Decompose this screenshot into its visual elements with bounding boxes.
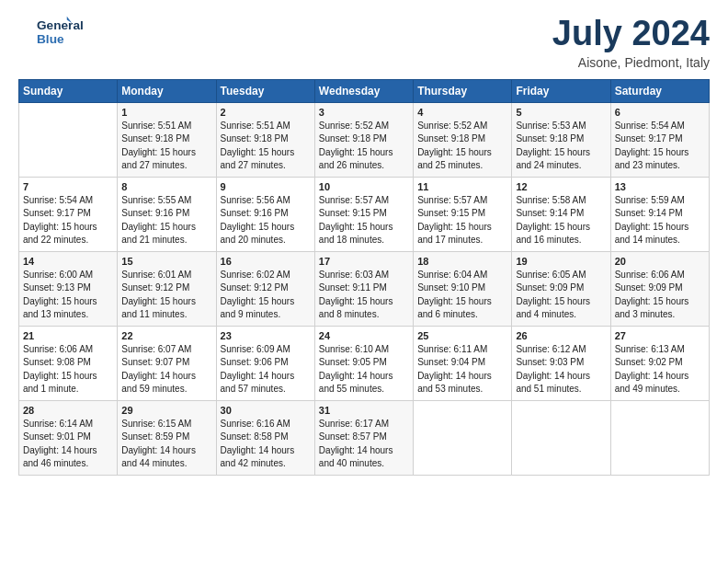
day-info: Sunrise: 5:55 AMSunset: 9:16 PMDaylight:…	[121, 194, 211, 247]
daylight-text: Daylight: 15 hours	[23, 370, 113, 384]
sunrise-text: Sunrise: 6:03 AM	[319, 269, 409, 282]
daylight-text-cont: and 6 minutes.	[417, 308, 507, 322]
sunset-text: Sunset: 9:04 PM	[417, 356, 507, 370]
daylight-text: Daylight: 15 hours	[417, 221, 507, 235]
daylight-text-cont: and 4 minutes.	[516, 308, 606, 322]
day-cell: 26Sunrise: 6:12 AMSunset: 9:03 PMDayligh…	[512, 326, 610, 400]
day-number: 26	[516, 330, 606, 341]
sunrise-text: Sunrise: 6:02 AM	[221, 269, 311, 282]
sunrise-text: Sunrise: 5:54 AM	[615, 120, 705, 133]
daylight-text: Daylight: 15 hours	[319, 146, 409, 160]
column-header-friday: Friday	[512, 79, 610, 102]
day-number: 17	[319, 256, 409, 267]
day-info: Sunrise: 5:59 AMSunset: 9:14 PMDaylight:…	[615, 194, 705, 247]
sunrise-text: Sunrise: 6:17 AM	[319, 418, 409, 431]
header-row: SundayMondayTuesdayWednesdayThursdayFrid…	[19, 79, 710, 102]
sunset-text: Sunset: 9:17 PM	[23, 207, 113, 221]
day-number: 24	[319, 330, 409, 341]
daylight-text: Daylight: 15 hours	[615, 146, 705, 160]
day-number: 28	[23, 405, 113, 416]
daylight-text: Daylight: 15 hours	[121, 146, 211, 160]
day-number: 8	[121, 181, 211, 192]
day-info: Sunrise: 6:17 AMSunset: 8:57 PMDaylight:…	[319, 418, 409, 471]
day-info: Sunrise: 6:14 AMSunset: 9:01 PMDaylight:…	[23, 418, 113, 471]
day-number: 18	[417, 256, 507, 267]
daylight-text-cont: and 21 minutes.	[121, 234, 211, 247]
sunrise-text: Sunrise: 6:06 AM	[23, 343, 113, 357]
day-cell: 21Sunrise: 6:06 AMSunset: 9:08 PMDayligh…	[19, 326, 118, 400]
day-cell	[610, 400, 709, 475]
daylight-text: Daylight: 14 hours	[221, 444, 311, 458]
daylight-text: Daylight: 15 hours	[516, 295, 606, 309]
page: General Blue July 2024 Aisone, Piedmont,…	[0, 0, 728, 487]
daylight-text-cont: and 20 minutes.	[221, 234, 311, 247]
sunset-text: Sunset: 9:18 PM	[319, 132, 409, 146]
daylight-text: Daylight: 15 hours	[516, 221, 606, 235]
daylight-text: Daylight: 15 hours	[221, 295, 311, 309]
day-info: Sunrise: 5:54 AMSunset: 9:17 PMDaylight:…	[23, 194, 113, 247]
day-cell: 15Sunrise: 6:01 AMSunset: 9:12 PMDayligh…	[118, 251, 216, 326]
sunrise-text: Sunrise: 6:00 AM	[23, 269, 113, 282]
sunrise-text: Sunrise: 5:53 AM	[516, 120, 606, 133]
day-number: 10	[319, 181, 409, 192]
week-row-4: 21Sunrise: 6:06 AMSunset: 9:08 PMDayligh…	[19, 326, 710, 400]
daylight-text-cont: and 8 minutes.	[319, 308, 409, 322]
day-info: Sunrise: 6:01 AMSunset: 9:12 PMDaylight:…	[121, 269, 211, 322]
logo-icon: General Blue	[18, 15, 92, 52]
day-info: Sunrise: 6:15 AMSunset: 8:59 PMDaylight:…	[121, 418, 211, 471]
sunrise-text: Sunrise: 5:57 AM	[417, 194, 507, 208]
day-cell: 25Sunrise: 6:11 AMSunset: 9:04 PMDayligh…	[414, 326, 512, 400]
day-info: Sunrise: 5:54 AMSunset: 9:17 PMDaylight:…	[615, 120, 705, 173]
day-cell: 30Sunrise: 6:16 AMSunset: 8:58 PMDayligh…	[216, 400, 314, 475]
sunset-text: Sunset: 9:15 PM	[319, 207, 409, 221]
column-header-wednesday: Wednesday	[314, 79, 413, 102]
day-cell: 22Sunrise: 6:07 AMSunset: 9:07 PMDayligh…	[118, 326, 216, 400]
day-info: Sunrise: 5:58 AMSunset: 9:14 PMDaylight:…	[516, 194, 606, 247]
day-number: 11	[417, 181, 507, 192]
sunset-text: Sunset: 9:08 PM	[23, 356, 113, 370]
day-cell: 11Sunrise: 5:57 AMSunset: 9:15 PMDayligh…	[414, 177, 512, 251]
sunrise-text: Sunrise: 6:15 AM	[121, 418, 211, 431]
daylight-text-cont: and 44 minutes.	[121, 457, 211, 471]
week-row-1: 1Sunrise: 5:51 AMSunset: 9:18 PMDaylight…	[19, 102, 710, 177]
day-info: Sunrise: 6:09 AMSunset: 9:06 PMDaylight:…	[221, 343, 311, 396]
svg-text:General: General	[37, 18, 84, 32]
sunrise-text: Sunrise: 6:06 AM	[615, 269, 705, 282]
sunrise-text: Sunrise: 6:09 AM	[221, 343, 311, 357]
day-info: Sunrise: 5:52 AMSunset: 9:18 PMDaylight:…	[417, 120, 507, 173]
daylight-text-cont: and 42 minutes.	[221, 457, 311, 471]
sunset-text: Sunset: 9:10 PM	[417, 282, 507, 295]
day-cell: 20Sunrise: 6:06 AMSunset: 9:09 PMDayligh…	[610, 251, 709, 326]
daylight-text-cont: and 27 minutes.	[221, 159, 311, 173]
day-cell: 7Sunrise: 5:54 AMSunset: 9:17 PMDaylight…	[19, 177, 118, 251]
subtitle: Aisone, Piedmont, Italy	[552, 55, 710, 70]
sunrise-text: Sunrise: 5:55 AM	[121, 194, 211, 208]
day-number: 16	[221, 256, 311, 267]
daylight-text: Daylight: 15 hours	[221, 221, 311, 235]
sunset-text: Sunset: 9:16 PM	[121, 207, 211, 221]
day-number: 4	[417, 107, 507, 118]
column-header-saturday: Saturday	[610, 79, 709, 102]
day-number: 27	[615, 330, 705, 341]
day-cell: 24Sunrise: 6:10 AMSunset: 9:05 PMDayligh…	[314, 326, 413, 400]
sunset-text: Sunset: 9:14 PM	[615, 207, 705, 221]
sunrise-text: Sunrise: 6:11 AM	[417, 343, 507, 357]
daylight-text: Daylight: 14 hours	[23, 444, 113, 458]
day-number: 9	[221, 181, 311, 192]
sunrise-text: Sunrise: 5:56 AM	[221, 194, 311, 208]
daylight-text: Daylight: 15 hours	[121, 221, 211, 235]
sunset-text: Sunset: 9:15 PM	[417, 207, 507, 221]
calendar-table: SundayMondayTuesdayWednesdayThursdayFrid…	[18, 79, 710, 476]
sunset-text: Sunset: 9:05 PM	[319, 356, 409, 370]
daylight-text-cont: and 14 minutes.	[615, 234, 705, 247]
sunset-text: Sunset: 9:12 PM	[221, 282, 311, 295]
day-info: Sunrise: 6:11 AMSunset: 9:04 PMDaylight:…	[417, 343, 507, 396]
daylight-text: Daylight: 15 hours	[221, 146, 311, 160]
day-info: Sunrise: 5:52 AMSunset: 9:18 PMDaylight:…	[319, 120, 409, 173]
sunset-text: Sunset: 9:18 PM	[121, 132, 211, 146]
week-row-2: 7Sunrise: 5:54 AMSunset: 9:17 PMDaylight…	[19, 177, 710, 251]
daylight-text-cont: and 18 minutes.	[319, 234, 409, 247]
sunset-text: Sunset: 9:09 PM	[615, 282, 705, 295]
daylight-text: Daylight: 15 hours	[516, 146, 606, 160]
daylight-text-cont: and 57 minutes.	[221, 383, 311, 396]
